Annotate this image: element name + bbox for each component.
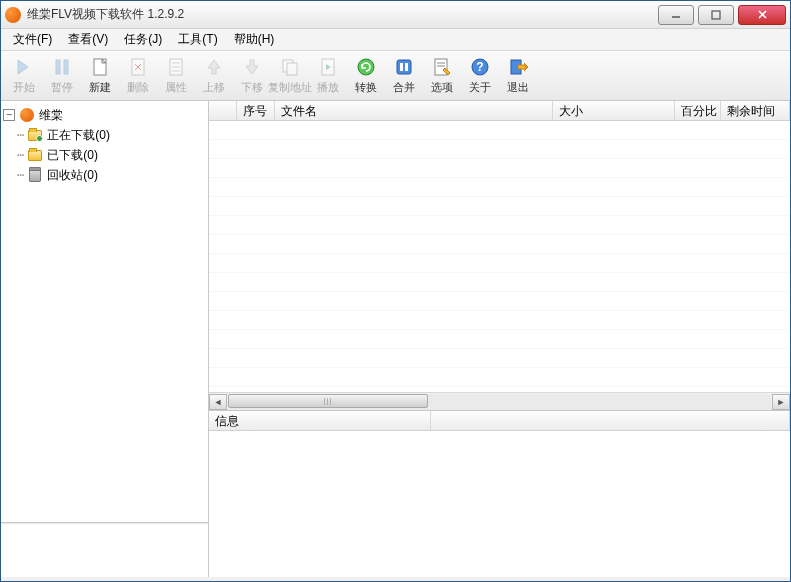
col-filename[interactable]: 文件名	[275, 101, 553, 120]
svg-point-17	[358, 59, 374, 75]
moveup-button[interactable]: 上移	[197, 54, 231, 98]
tree-root[interactable]: − 维棠	[3, 105, 206, 125]
about-button[interactable]: ? 关于	[463, 54, 497, 98]
properties-icon	[165, 56, 187, 78]
app-icon	[5, 7, 21, 23]
list-body[interactable]	[209, 121, 790, 392]
play-arrow-icon	[13, 56, 35, 78]
pause-button[interactable]: 暂停	[45, 54, 79, 98]
arrow-down-icon	[241, 56, 263, 78]
folder-downloaded-icon	[27, 147, 43, 163]
scroll-thumb[interactable]	[228, 394, 428, 408]
copyurl-button[interactable]: 复制地址	[273, 54, 307, 98]
maximize-button[interactable]	[698, 5, 734, 25]
tree-connector-icon: ⋯	[17, 148, 25, 162]
svg-rect-20	[405, 63, 408, 71]
content-area: − 维棠 ⋯ 正在下载(0) ⋯ 已下载(0) ⋯ 回收站(0)	[1, 101, 790, 581]
tree-downloading-label: 正在下载(0)	[47, 127, 110, 144]
col-remaining[interactable]: 剩余时间	[721, 101, 790, 120]
window-title: 维棠FLV视频下载软件 1.2.9.2	[27, 6, 654, 23]
new-file-icon	[89, 56, 111, 78]
collapse-icon[interactable]: −	[3, 109, 15, 121]
menu-tools[interactable]: 工具(T)	[170, 29, 225, 50]
props-button[interactable]: 属性	[159, 54, 193, 98]
tree-connector-icon: ⋯	[17, 168, 25, 182]
col-blank[interactable]	[209, 101, 237, 120]
help-icon: ?	[469, 56, 491, 78]
col-percent[interactable]: 百分比	[675, 101, 721, 120]
scroll-track[interactable]	[228, 394, 771, 410]
start-button[interactable]: 开始	[7, 54, 41, 98]
horizontal-scrollbar[interactable]: ◄ ►	[209, 392, 790, 410]
tree-connector-icon: ⋯	[17, 128, 25, 142]
menubar: 文件(F) 查看(V) 任务(J) 工具(T) 帮助(H)	[1, 29, 790, 51]
col-seq[interactable]: 序号	[237, 101, 275, 120]
tree-downloaded[interactable]: ⋯ 已下载(0)	[3, 145, 206, 165]
play-button[interactable]: 播放	[311, 54, 345, 98]
svg-rect-1	[712, 11, 720, 19]
svg-rect-5	[64, 60, 68, 74]
menu-file[interactable]: 文件(F)	[5, 29, 60, 50]
col-info[interactable]: 信息	[209, 411, 431, 430]
svg-rect-15	[287, 63, 297, 75]
options-icon	[431, 56, 453, 78]
movedown-button[interactable]: 下移	[235, 54, 269, 98]
col-info-blank[interactable]	[431, 411, 790, 430]
application-window: 维棠FLV视频下载软件 1.2.9.2 文件(F) 查看(V) 任务(J) 工具…	[0, 0, 791, 582]
svg-text:?: ?	[476, 60, 483, 74]
svg-rect-18	[397, 60, 411, 74]
tree-downloading[interactable]: ⋯ 正在下载(0)	[3, 125, 206, 145]
convert-icon	[355, 56, 377, 78]
info-body[interactable]	[209, 431, 790, 581]
menu-task[interactable]: 任务(J)	[116, 29, 170, 50]
trash-icon	[27, 167, 43, 183]
window-controls	[654, 5, 786, 25]
task-list: 序号 文件名 大小 百分比 剩余时间 ◄ ►	[209, 101, 790, 411]
col-size[interactable]: 大小	[553, 101, 675, 120]
tree-root-label: 维棠	[39, 107, 63, 124]
copy-icon	[279, 56, 301, 78]
toolbar: 开始 暂停 新建 删除 属性 上移 下移 复制地址	[1, 51, 790, 101]
tree-recycle[interactable]: ⋯ 回收站(0)	[3, 165, 206, 185]
tree-view[interactable]: − 维棠 ⋯ 正在下载(0) ⋯ 已下载(0) ⋯ 回收站(0)	[1, 101, 208, 523]
tree-recycle-label: 回收站(0)	[47, 167, 98, 184]
statusbar	[1, 577, 790, 581]
arrow-up-icon	[203, 56, 225, 78]
menu-help[interactable]: 帮助(H)	[226, 29, 283, 50]
options-button[interactable]: 选项	[425, 54, 459, 98]
pause-icon	[51, 56, 73, 78]
merge-icon	[393, 56, 415, 78]
main-pane: 序号 文件名 大小 百分比 剩余时间 ◄ ► 信息	[209, 101, 790, 581]
delete-button[interactable]: 删除	[121, 54, 155, 98]
exit-button[interactable]: 退出	[501, 54, 535, 98]
info-pane: 信息	[209, 411, 790, 581]
svg-rect-19	[400, 63, 403, 71]
sidebar: − 维棠 ⋯ 正在下载(0) ⋯ 已下载(0) ⋯ 回收站(0)	[1, 101, 209, 581]
scroll-left-button[interactable]: ◄	[209, 394, 227, 410]
exit-icon	[507, 56, 529, 78]
merge-button[interactable]: 合并	[387, 54, 421, 98]
close-button[interactable]	[738, 5, 786, 25]
new-button[interactable]: 新建	[83, 54, 117, 98]
menu-view[interactable]: 查看(V)	[60, 29, 116, 50]
svg-rect-4	[56, 60, 60, 74]
scroll-right-button[interactable]: ►	[772, 394, 790, 410]
delete-file-icon	[127, 56, 149, 78]
play-file-icon	[317, 56, 339, 78]
info-header: 信息	[209, 411, 790, 431]
folder-downloading-icon	[27, 127, 43, 143]
titlebar[interactable]: 维棠FLV视频下载软件 1.2.9.2	[1, 1, 790, 29]
tree-downloaded-label: 已下载(0)	[47, 147, 98, 164]
app-root-icon	[19, 107, 35, 123]
sidebar-preview-pane	[1, 523, 208, 581]
list-header: 序号 文件名 大小 百分比 剩余时间	[209, 101, 790, 121]
minimize-button[interactable]	[658, 5, 694, 25]
convert-button[interactable]: 转换	[349, 54, 383, 98]
